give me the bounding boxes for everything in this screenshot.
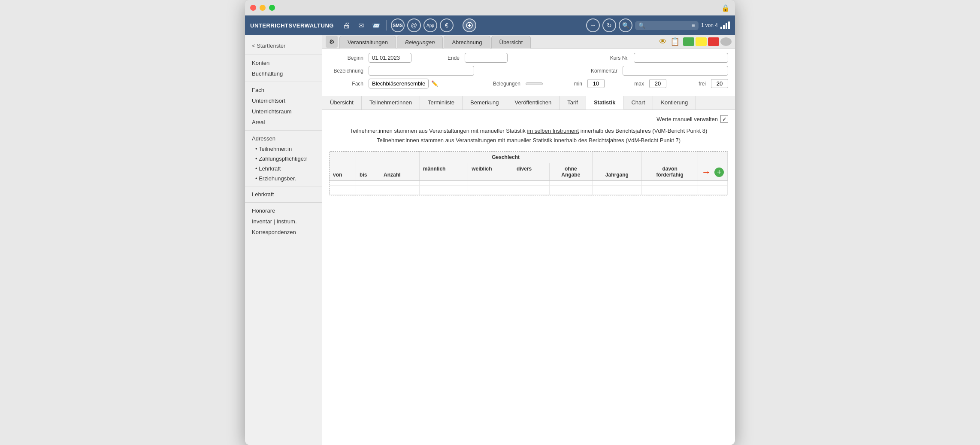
subtab-kontierung[interactable]: Kontierung — [653, 96, 696, 110]
min-label: min — [548, 81, 582, 87]
sms-icon[interactable]: SMS — [391, 18, 405, 32]
sidebar-item-korrespondenzen[interactable]: Korrespondenzen — [245, 227, 322, 238]
color-chip-gray[interactable] — [720, 37, 732, 46]
app-icon[interactable]: App — [423, 18, 437, 32]
search-circle-icon[interactable]: 🔍 — [619, 18, 632, 32]
main-window: 🔒 UNTERRICHTSVERWALTUNG 🖨 ✉ 📨 SMS @ App … — [245, 0, 735, 445]
mail-open-icon[interactable]: ✉ — [355, 21, 367, 30]
kommentar-label: Kommentar — [583, 68, 617, 74]
table-row-empty-1 — [330, 181, 728, 186]
table-row-empty-3 — [330, 190, 728, 195]
search-bar: 🔍 ≡ — [635, 21, 699, 30]
minimize-button[interactable] — [260, 5, 266, 11]
subtab-statistik[interactable]: Statistik — [586, 96, 624, 110]
sidebar-item-honorare[interactable]: Honorare — [245, 205, 322, 216]
info-text-block: Teilnehmer:innen stammen aus Veranstaltu… — [329, 126, 728, 145]
main-area: < Startfenster Konten Buchhaltung Fach U… — [245, 35, 735, 445]
th-weiblich: weiblich — [468, 163, 513, 181]
bezeichnung-input[interactable] — [369, 66, 474, 76]
sidebar: < Startfenster Konten Buchhaltung Fach U… — [245, 35, 322, 445]
tab-uebersicht[interactable]: Übersicht — [491, 36, 531, 49]
fach-row: Blechbläserensemble ✏️ — [369, 79, 438, 88]
tab-abrechnung[interactable]: Abrechnung — [444, 36, 490, 49]
belegungen-box — [526, 82, 543, 85]
color-chip-yellow[interactable] — [696, 37, 707, 46]
sidebar-item-zahlungspflichtige[interactable]: • Zahlungspflichtige:r — [245, 154, 322, 164]
subtab-tarif[interactable]: Tarif — [560, 96, 586, 110]
form-area: Beginn Ende Kurs Nr. Bezeichnung Komment… — [322, 49, 735, 96]
search-input[interactable] — [647, 22, 690, 28]
add-circle-icon[interactable] — [463, 18, 476, 32]
search-icon: 🔍 — [638, 22, 645, 29]
arrow-right-icon: → — [702, 167, 711, 178]
printer-icon[interactable]: 🖨 — [341, 21, 353, 30]
tab-belegungen[interactable]: Belegungen — [397, 36, 443, 49]
th-geschlecht: Geschlecht — [419, 152, 592, 163]
eye-icon[interactable]: 👁 — [659, 37, 667, 46]
note-icon[interactable]: 📋 — [670, 37, 680, 46]
sidebar-item-erziehungsber[interactable]: • Erziehungsber. — [245, 174, 322, 183]
subtab-bar: Übersicht Teilnehmer:innen Terminliste B… — [322, 96, 735, 110]
settings-gear-icon[interactable]: ⚙ — [326, 36, 338, 48]
underline-text: im selben Instrument — [527, 128, 579, 134]
color-chip-red[interactable] — [708, 37, 719, 46]
sidebar-item-areal[interactable]: Areal — [245, 117, 322, 128]
kommentar-input[interactable] — [623, 66, 728, 76]
subtab-uebersicht[interactable]: Übersicht — [322, 96, 362, 110]
fach-edit-icon[interactable]: ✏️ — [431, 80, 438, 87]
sidebar-item-konten[interactable]: Konten — [245, 58, 322, 68]
mail-icon[interactable]: 📨 — [370, 21, 382, 30]
th-maennlich: männlich — [419, 163, 468, 181]
th-anzahl: Anzahl — [380, 152, 420, 181]
min-input[interactable]: 10 — [587, 79, 605, 88]
navigate-icon[interactable]: → — [586, 18, 600, 32]
belegungen-label: Belegungen — [486, 81, 520, 87]
ende-input[interactable] — [465, 53, 508, 63]
table-row-empty-2 — [330, 186, 728, 190]
werte-label: Werte manuell verwalten — [656, 116, 718, 122]
refresh-icon[interactable]: ↻ — [602, 18, 616, 32]
close-button[interactable] — [250, 5, 256, 11]
sidebar-item-unterrichtsraum[interactable]: Unterrichtsraum — [245, 106, 322, 117]
topbar: UNTERRICHTSVERWALTUNG 🖨 ✉ 📨 SMS @ App € … — [245, 15, 735, 35]
traffic-lights — [250, 5, 275, 11]
stats-table-wrapper: von bis Anzahl Geschlecht Jahrgang davon… — [329, 151, 728, 195]
form-row-3: Fach Blechbläserensemble ✏️ Belegungen m… — [329, 79, 728, 88]
kurs-nr-input[interactable] — [634, 53, 728, 63]
divider — [245, 82, 322, 82]
sidebar-item-fach[interactable]: Fach — [245, 85, 322, 95]
sidebar-item-lehrkraft-addr[interactable]: • Lehrkraft — [245, 164, 322, 174]
sidebar-item-buchhaltung[interactable]: Buchhaltung — [245, 68, 322, 79]
th-divers: divers — [513, 163, 549, 181]
euro-icon[interactable]: € — [440, 18, 454, 32]
titlebar: 🔒 — [245, 0, 735, 15]
subtab-veroeffentlichen[interactable]: Veröffentlichen — [507, 96, 560, 110]
subtab-bemerkung[interactable]: Bemerkung — [463, 96, 507, 110]
max-input[interactable]: 20 — [649, 79, 666, 88]
color-chips — [683, 37, 732, 46]
th-bis: bis — [356, 152, 380, 181]
subtab-chart[interactable]: Chart — [623, 96, 653, 110]
beginn-label: Beginn — [329, 55, 363, 61]
fach-value: Blechbläserensemble — [369, 79, 429, 88]
frei-label: frei — [671, 81, 706, 87]
subtab-teilnehmer[interactable]: Teilnehmer:innen — [362, 96, 420, 110]
subtab-terminliste[interactable]: Terminliste — [420, 96, 463, 110]
at-icon[interactable]: @ — [407, 18, 421, 32]
sidebar-item-teilnehmer[interactable]: • Teilnehmer:in — [245, 144, 322, 154]
color-chip-green[interactable] — [683, 37, 694, 46]
add-row-button[interactable]: + — [714, 168, 724, 177]
sidebar-item-back[interactable]: < Startfenster — [245, 40, 322, 51]
th-jahrgang: Jahrgang — [592, 152, 642, 181]
tab-veranstaltungen[interactable]: Veranstaltungen — [339, 36, 396, 49]
maximize-button[interactable] — [269, 5, 275, 11]
tab-bar: ⚙ Veranstaltungen Belegungen Abrechnung … — [322, 35, 735, 49]
sidebar-item-inventar[interactable]: Inventar | Instrum. — [245, 216, 322, 227]
sidebar-item-unterrichtsort[interactable]: Unterrichtsort — [245, 95, 322, 106]
list-icon: ≡ — [692, 22, 695, 29]
sidebar-item-lehrkraft[interactable]: Lehrkraft — [245, 189, 322, 200]
beginn-input[interactable] — [369, 53, 411, 63]
bezeichnung-label: Bezeichnung — [329, 68, 363, 74]
werte-checkbox[interactable]: ✓ — [720, 115, 728, 123]
max-label: max — [610, 81, 644, 87]
